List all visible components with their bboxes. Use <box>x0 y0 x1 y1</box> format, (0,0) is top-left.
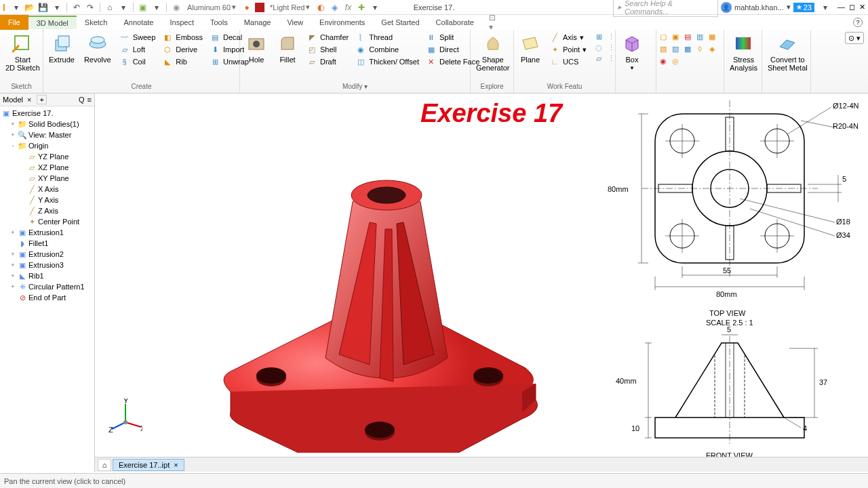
ucs-button[interactable]: ∟UCS <box>547 56 589 68</box>
emboss-button[interactable]: ◧Emboss <box>159 31 205 43</box>
tab-get-started[interactable]: Get Started <box>373 16 427 28</box>
link-icon[interactable]: ▾ <box>151 2 162 13</box>
tab-annotate[interactable]: Annotate <box>115 16 161 28</box>
tree-item[interactable]: ⊘End of Part <box>0 292 94 303</box>
box-button[interactable]: Box▼ <box>617 31 647 73</box>
hole-button[interactable]: Hole <box>241 31 271 65</box>
tab-environments[interactable]: Environments <box>311 16 373 28</box>
browser-add-icon[interactable]: + <box>37 95 46 104</box>
browser-menu-icon[interactable]: ≡ <box>87 96 92 104</box>
tree-item[interactable]: +◣Rib1 <box>0 270 94 281</box>
surf9-icon[interactable]: ◊ <box>694 43 705 54</box>
notification-badge[interactable]: ★ 23 <box>793 3 814 12</box>
axis-button[interactable]: ╱Axis ▾ <box>547 31 589 43</box>
redo-icon[interactable]: ↷ <box>85 2 96 13</box>
tree-item[interactable]: +▣Extrusion2 <box>0 249 94 260</box>
surf2-icon[interactable]: ▣ <box>670 31 681 42</box>
home-icon[interactable]: ⌂ <box>104 2 115 13</box>
close-button[interactable]: ✕ <box>859 3 865 12</box>
search-input[interactable]: ▸ Search Help & Commands... <box>613 0 718 17</box>
start-2d-sketch-button[interactable]: Start 2D Sketch <box>1 31 44 73</box>
dropdown-icon[interactable]: ▾ <box>52 2 62 13</box>
tree-item[interactable]: ◗Fillet1 <box>0 238 94 249</box>
tab-close-icon[interactable]: × <box>174 461 178 469</box>
pattern-circ-icon[interactable]: ◌ <box>593 42 604 53</box>
pattern-rect-icon[interactable]: ⊞ <box>593 31 604 42</box>
revolve-button[interactable]: Revolve <box>80 31 115 65</box>
loft-button[interactable]: ▱Loft <box>117 43 159 56</box>
surf5-icon[interactable]: ▦ <box>707 31 717 42</box>
ribbon-collapse-icon[interactable]: ⊙ ▾ <box>845 32 864 44</box>
tree-item[interactable]: ✦Center Point <box>0 216 94 227</box>
surf7-icon[interactable]: ▨ <box>670 43 681 54</box>
combine-button[interactable]: ◉Combine <box>353 43 422 56</box>
tab-inspect[interactable]: Inspect <box>162 16 202 28</box>
surf6-icon[interactable]: ▧ <box>658 43 669 54</box>
tab-tools[interactable]: Tools <box>202 16 236 28</box>
rib-button[interactable]: ◣Rib <box>159 56 205 68</box>
coil-button[interactable]: §Coil <box>117 56 159 68</box>
tree-item[interactable]: +▣Extrusion3 <box>0 260 94 270</box>
tab-manage[interactable]: Manage <box>236 16 279 28</box>
thread-button[interactable]: ⦚Thread <box>353 31 422 43</box>
open-icon[interactable]: 📂 <box>24 2 35 13</box>
mirror-icon[interactable]: ▱ <box>593 53 604 64</box>
derive-button[interactable]: ⬡Derive <box>159 43 205 56</box>
appearance-sphere-icon[interactable]: ● <box>241 2 252 13</box>
new-icon[interactable]: ▾ <box>11 2 22 13</box>
undo-icon[interactable]: ↶ <box>71 2 82 13</box>
user-badge[interactable]: 👤mahtab.khan... ▾ <box>721 2 791 13</box>
surf10-icon[interactable]: ◈ <box>707 43 717 54</box>
sweep-button[interactable]: 〰Sweep <box>117 31 159 43</box>
maximize-button[interactable]: ◻ <box>849 3 855 12</box>
plus-icon[interactable]: ✚ <box>356 2 367 13</box>
fx-icon[interactable]: fx <box>342 2 353 13</box>
tree-item[interactable]: +⁜Circular Pattern1 <box>0 281 94 292</box>
surf1-icon[interactable]: ▢ <box>658 31 669 42</box>
tree-item[interactable]: ╱Y Axis <box>0 195 94 205</box>
measure-icon[interactable]: ◈ <box>329 2 340 13</box>
surf8-icon[interactable]: ▩ <box>682 43 693 54</box>
tree-item[interactable]: +📁Solid Bodies(1) <box>0 119 94 129</box>
layer-icon[interactable]: ▣ <box>138 2 149 13</box>
home-tab[interactable]: ⌂ <box>98 459 111 471</box>
chevron-down-icon[interactable]: ▾ <box>820 2 831 13</box>
extrude-button[interactable]: Extrude <box>45 31 79 65</box>
shape-generator-button[interactable]: Shape Generator <box>472 31 514 73</box>
stress-analysis-button[interactable]: Stress Analysis <box>726 31 762 73</box>
tab-3d-model[interactable]: 3D Model <box>28 16 77 29</box>
chamfer-button[interactable]: ◤Chamfer <box>304 31 351 43</box>
browser-search-icon[interactable]: Q <box>79 96 85 104</box>
tree-item[interactable]: +▣Extrusion1 <box>0 227 94 238</box>
tree-item[interactable]: ▱XY Plane <box>0 173 94 184</box>
dropdown2-icon[interactable]: ▾ <box>370 2 380 13</box>
tree-item[interactable]: ▱YZ Plane <box>0 151 94 162</box>
tab-view[interactable]: View <box>279 16 311 28</box>
save-icon[interactable]: 💾 <box>38 2 49 13</box>
tree-item[interactable]: ╱Z Axis <box>0 205 94 216</box>
view-triad[interactable]: YXZ <box>108 399 142 432</box>
point-button[interactable]: ✦Point ▾ <box>547 43 589 56</box>
surf12-icon[interactable]: ◎ <box>670 56 681 66</box>
thicken-button[interactable]: ◫Thicken/ Offset <box>353 56 422 68</box>
file-tab[interactable]: File <box>0 15 28 30</box>
pattern4-icon[interactable]: ⋮ <box>606 53 616 64</box>
tab-collaborate[interactable]: Collaborate <box>428 16 482 28</box>
viewport[interactable]: Exercise 17 <box>95 94 868 472</box>
surf3-icon[interactable]: ▤ <box>682 31 693 42</box>
surf11-icon[interactable]: ◉ <box>658 56 669 66</box>
draft-button[interactable]: ▱Draft <box>304 56 351 68</box>
fillet-button[interactable]: Fillet <box>273 31 302 65</box>
bullet-icon[interactable]: ⊡ ▾ <box>489 17 500 28</box>
pattern2-icon[interactable]: ⋮ <box>606 31 616 42</box>
material-dropdown[interactable]: Aluminum 60 ▾ <box>184 3 239 12</box>
tree-root[interactable]: ▣Exercise 17. <box>0 108 94 119</box>
appearance-dropdown[interactable]: *Light Red ▾ <box>267 3 313 12</box>
adjust-icon[interactable]: ◐ <box>315 2 326 13</box>
shell-button[interactable]: ◰Shell <box>304 43 351 56</box>
surf4-icon[interactable]: ▥ <box>694 31 705 42</box>
convert-sheet-metal-button[interactable]: Convert to Sheet Metal <box>764 31 812 73</box>
select-icon[interactable]: ▾ <box>118 2 129 13</box>
tree-item[interactable]: +🔍View: Master <box>0 129 94 140</box>
tab-sketch[interactable]: Sketch <box>77 16 116 28</box>
